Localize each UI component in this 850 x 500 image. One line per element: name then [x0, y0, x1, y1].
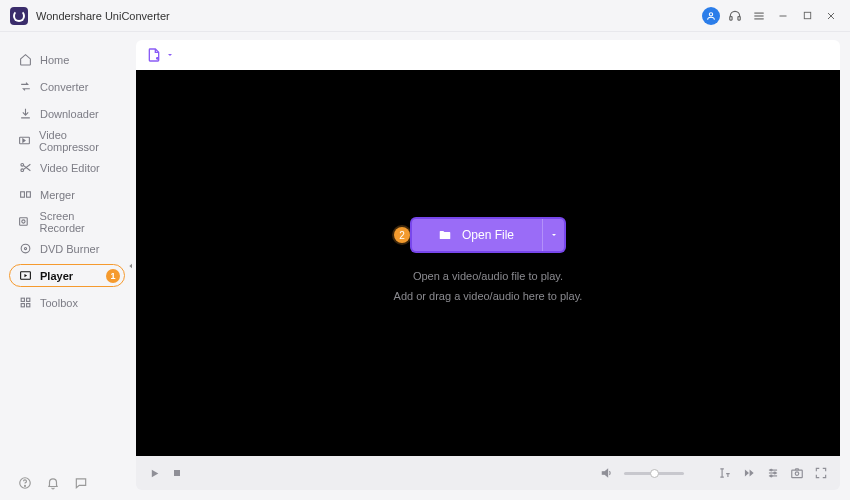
svg-point-18	[24, 247, 26, 249]
bell-icon[interactable]	[46, 476, 60, 490]
sidebar-item-merger[interactable]: Merger	[0, 181, 130, 208]
sidebar-footer	[0, 476, 130, 490]
sidebar-item-label: Home	[40, 54, 69, 66]
sidebar-item-screen-recorder[interactable]: Screen Recorder	[0, 208, 130, 235]
svg-rect-23	[26, 304, 29, 307]
download-icon	[18, 107, 32, 120]
sidebar-item-dvd-burner[interactable]: DVD Burner	[0, 235, 130, 262]
svg-rect-7	[804, 12, 810, 18]
home-icon	[18, 53, 32, 66]
sidebar-item-toolbox[interactable]: Toolbox	[0, 289, 130, 316]
subtitle-button[interactable]	[718, 466, 732, 480]
help-icon[interactable]	[18, 476, 32, 490]
titlebar: Wondershare UniConverter	[0, 0, 850, 32]
fullscreen-button[interactable]	[814, 466, 828, 480]
close-button[interactable]	[822, 7, 840, 25]
svg-rect-1	[730, 16, 732, 19]
sidebar: Home Converter Downloader Video Compress…	[0, 32, 130, 500]
feedback-icon[interactable]	[74, 476, 88, 490]
headset-icon[interactable]	[726, 7, 744, 25]
sidebar-item-home[interactable]: Home	[0, 46, 130, 73]
player-toolbar	[136, 40, 840, 70]
playback-controls	[136, 456, 840, 490]
player-icon	[18, 269, 32, 282]
sidebar-item-label: Toolbox	[40, 297, 78, 309]
menu-icon[interactable]	[750, 7, 768, 25]
hint-line-1: Open a video/audio file to play.	[394, 267, 583, 287]
speed-button[interactable]	[742, 466, 756, 480]
converter-icon	[18, 80, 32, 93]
volume-icon[interactable]	[600, 466, 614, 480]
drop-hint: Open a video/audio file to play. Add or …	[394, 267, 583, 307]
add-file-button[interactable]	[146, 47, 174, 63]
folder-icon	[438, 228, 452, 242]
toolbox-icon	[18, 296, 32, 309]
sidebar-item-downloader[interactable]: Downloader	[0, 100, 130, 127]
svg-point-17	[21, 244, 30, 253]
svg-point-30	[770, 469, 772, 471]
svg-rect-15	[20, 218, 28, 226]
chevron-down-icon	[550, 231, 558, 239]
maximize-button[interactable]	[798, 7, 816, 25]
sidebar-item-label: Downloader	[40, 108, 99, 120]
svg-rect-2	[738, 16, 740, 19]
svg-point-25	[25, 485, 26, 486]
sidebar-item-label: Converter	[40, 81, 88, 93]
open-file-label: Open File	[462, 228, 514, 242]
sidebar-item-player[interactable]: Player 1	[0, 262, 130, 289]
open-file-main[interactable]: Open File	[412, 219, 542, 251]
svg-point-32	[770, 475, 772, 477]
video-drop-area[interactable]: 2 Open File Open a video/audio file to p…	[136, 70, 840, 456]
merger-icon	[18, 188, 32, 201]
volume-slider[interactable]	[624, 472, 684, 475]
sidebar-item-label: Video Compressor	[39, 129, 120, 153]
svg-rect-26	[174, 470, 180, 476]
play-button[interactable]	[148, 467, 161, 480]
svg-point-34	[795, 472, 799, 476]
compressor-icon	[18, 134, 31, 147]
scissors-icon	[18, 161, 32, 174]
app-title: Wondershare UniConverter	[36, 10, 170, 22]
hint-line-2: Add or drag a video/audio here to play.	[394, 287, 583, 307]
open-file-button[interactable]: Open File	[412, 219, 564, 251]
sidebar-item-label: DVD Burner	[40, 243, 99, 255]
svg-point-0	[709, 12, 712, 15]
sidebar-item-label: Player	[40, 270, 73, 282]
minimize-button[interactable]	[774, 7, 792, 25]
svg-rect-20	[21, 298, 24, 301]
sidebar-item-video-editor[interactable]: Video Editor	[0, 154, 130, 181]
chevron-down-icon	[166, 51, 174, 59]
sidebar-item-video-compressor[interactable]: Video Compressor	[0, 127, 130, 154]
open-file-callout-badge: 2	[394, 227, 410, 243]
player-badge: 1	[106, 269, 120, 283]
settings-button[interactable]	[766, 466, 780, 480]
stop-button[interactable]	[171, 467, 183, 479]
app-logo-icon	[10, 7, 28, 25]
svg-point-31	[774, 472, 776, 474]
svg-rect-22	[21, 304, 24, 307]
svg-rect-21	[26, 298, 29, 301]
dvd-icon	[18, 242, 32, 255]
svg-rect-19	[20, 272, 30, 280]
main-area: 2 Open File Open a video/audio file to p…	[130, 32, 850, 500]
sidebar-collapse-handle[interactable]	[126, 258, 136, 274]
sidebar-item-label: Merger	[40, 189, 75, 201]
svg-point-16	[22, 220, 25, 223]
sidebar-item-label: Screen Recorder	[40, 210, 120, 234]
sidebar-item-label: Video Editor	[40, 162, 100, 174]
account-avatar-icon[interactable]	[702, 7, 720, 25]
open-file-dropdown[interactable]	[542, 219, 564, 251]
svg-rect-14	[26, 192, 30, 197]
snapshot-button[interactable]	[790, 466, 804, 480]
svg-rect-13	[20, 192, 24, 197]
sidebar-item-converter[interactable]: Converter	[0, 73, 130, 100]
recorder-icon	[18, 215, 32, 228]
svg-rect-33	[792, 470, 803, 478]
